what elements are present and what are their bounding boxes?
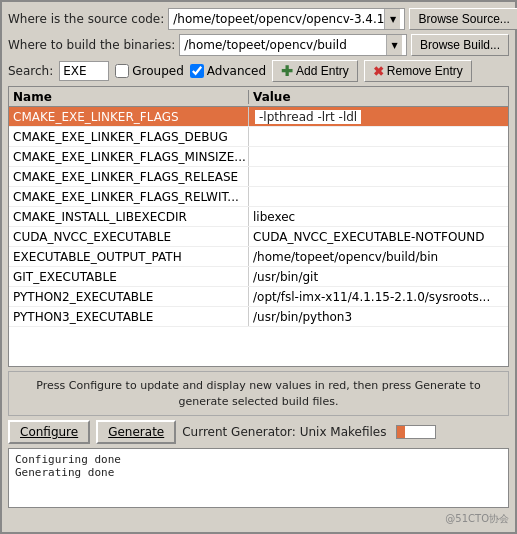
configure-button[interactable]: Configure — [8, 420, 90, 444]
cmake-gui-window: Where is the source code: /home/topeet/o… — [0, 0, 517, 534]
table-row[interactable]: PYTHON2_EXECUTABLE/opt/fsl-imx-x11/4.1.1… — [9, 287, 508, 307]
source-combo-arrow[interactable]: ▼ — [384, 9, 400, 29]
row-value — [249, 187, 508, 206]
row-name: EXECUTABLE_OUTPUT_PATH — [9, 247, 249, 266]
log-area: Configuring doneGenerating done — [8, 448, 509, 508]
advanced-checkbox-label[interactable]: Advanced — [190, 64, 266, 78]
row-value: /home/topeet/opencv/build/bin — [249, 247, 508, 266]
remove-entry-button[interactable]: ✖ Remove Entry — [364, 60, 472, 82]
table-body: CMAKE_EXE_LINKER_FLAGS-lpthread -lrt -ld… — [9, 107, 508, 327]
generator-label: Current Generator: Unix Makefiles — [182, 425, 386, 439]
binaries-path-combo[interactable]: /home/topeet/opencv/build ▼ — [179, 34, 407, 56]
search-row: Search: Grouped Advanced ✚ Add Entry ✖ R… — [8, 60, 509, 82]
add-entry-button[interactable]: ✚ Add Entry — [272, 60, 358, 82]
table-row[interactable]: GIT_EXECUTABLE/usr/bin/git — [9, 267, 508, 287]
advanced-label: Advanced — [207, 64, 266, 78]
search-label: Search: — [8, 64, 53, 78]
action-row: Configure Generate Current Generator: Un… — [8, 420, 509, 444]
table-row[interactable]: CMAKE_EXE_LINKER_FLAGS_MINSIZE... — [9, 147, 508, 167]
row-name: PYTHON2_EXECUTABLE — [9, 287, 249, 306]
source-path-combo[interactable]: /home/topeet/opencv/opencv-3.4.1 ▼ — [168, 8, 405, 30]
table-header: Name Value — [9, 87, 508, 107]
browse-build-button[interactable]: Browse Build... — [411, 34, 509, 56]
browse-source-button[interactable]: Browse Source... — [409, 8, 517, 30]
row-name: CMAKE_INSTALL_LIBEXECDIR — [9, 207, 249, 226]
plus-icon: ✚ — [281, 63, 293, 79]
row-value: -lpthread -lrt -ldl — [249, 107, 508, 126]
table-row[interactable]: EXECUTABLE_OUTPUT_PATH/home/topeet/openc… — [9, 247, 508, 267]
row-value — [249, 147, 508, 166]
binaries-row: Where to build the binaries: /home/topee… — [8, 34, 509, 56]
row-name: CMAKE_EXE_LINKER_FLAGS — [9, 107, 249, 126]
row-name: GIT_EXECUTABLE — [9, 267, 249, 286]
progress-bar-inner — [397, 426, 405, 438]
binaries-label: Where to build the binaries: — [8, 38, 175, 52]
row-value: CUDA_NVCC_EXECUTABLE-NOTFOUND — [249, 227, 508, 246]
row-value: /opt/fsl-imx-x11/4.1.15-2.1.0/sysroots..… — [249, 287, 508, 306]
advanced-checkbox[interactable] — [190, 64, 204, 78]
bottom-section: Press Configure to update and display ne… — [8, 371, 509, 526]
table-row[interactable]: CUDA_NVCC_EXECUTABLECUDA_NVCC_EXECUTABLE… — [9, 227, 508, 247]
table-row[interactable]: CMAKE_INSTALL_LIBEXECDIRlibexec — [9, 207, 508, 227]
watermark: @51CTO协会 — [8, 512, 509, 526]
table-row[interactable]: CMAKE_EXE_LINKER_FLAGS_RELEASE — [9, 167, 508, 187]
info-text: Press Configure to update and display ne… — [8, 371, 509, 416]
col-name-header: Name — [9, 90, 249, 104]
table-row[interactable]: CMAKE_EXE_LINKER_FLAGS_DEBUG — [9, 127, 508, 147]
grouped-label: Grouped — [132, 64, 184, 78]
row-name: CMAKE_EXE_LINKER_FLAGS_RELEASE — [9, 167, 249, 186]
row-name: CMAKE_EXE_LINKER_FLAGS_DEBUG — [9, 127, 249, 146]
row-value: /usr/bin/git — [249, 267, 508, 286]
col-value-header: Value — [249, 90, 508, 104]
row-value: /usr/bin/python3 — [249, 307, 508, 326]
row-value: libexec — [249, 207, 508, 226]
row-value-highlighted: -lpthread -lrt -ldl — [253, 108, 363, 126]
source-label: Where is the source code: — [8, 12, 164, 26]
row-name: CMAKE_EXE_LINKER_FLAGS_RELWIT... — [9, 187, 249, 206]
source-path-text: /home/topeet/opencv/opencv-3.4.1 — [173, 12, 384, 26]
grouped-checkbox[interactable] — [115, 64, 129, 78]
progress-bar-outer — [396, 425, 436, 439]
row-value — [249, 127, 508, 146]
generate-button[interactable]: Generate — [96, 420, 176, 444]
binaries-combo-arrow[interactable]: ▼ — [386, 35, 402, 55]
add-entry-label: Add Entry — [296, 64, 349, 78]
table-row[interactable]: PYTHON3_EXECUTABLE/usr/bin/python3 — [9, 307, 508, 327]
row-name: CUDA_NVCC_EXECUTABLE — [9, 227, 249, 246]
table-row[interactable]: CMAKE_EXE_LINKER_FLAGS-lpthread -lrt -ld… — [9, 107, 508, 127]
row-name: CMAKE_EXE_LINKER_FLAGS_MINSIZE... — [9, 147, 249, 166]
grouped-checkbox-label[interactable]: Grouped — [115, 64, 184, 78]
row-name: PYTHON3_EXECUTABLE — [9, 307, 249, 326]
binaries-path-text: /home/topeet/opencv/build — [184, 38, 386, 52]
source-row: Where is the source code: /home/topeet/o… — [8, 8, 509, 30]
table-row[interactable]: CMAKE_EXE_LINKER_FLAGS_RELWIT... — [9, 187, 508, 207]
x-icon: ✖ — [373, 64, 384, 79]
cmake-variables-table[interactable]: Name Value CMAKE_EXE_LINKER_FLAGS-lpthre… — [8, 86, 509, 367]
remove-entry-label: Remove Entry — [387, 64, 463, 78]
row-value — [249, 167, 508, 186]
search-input[interactable] — [59, 61, 109, 81]
